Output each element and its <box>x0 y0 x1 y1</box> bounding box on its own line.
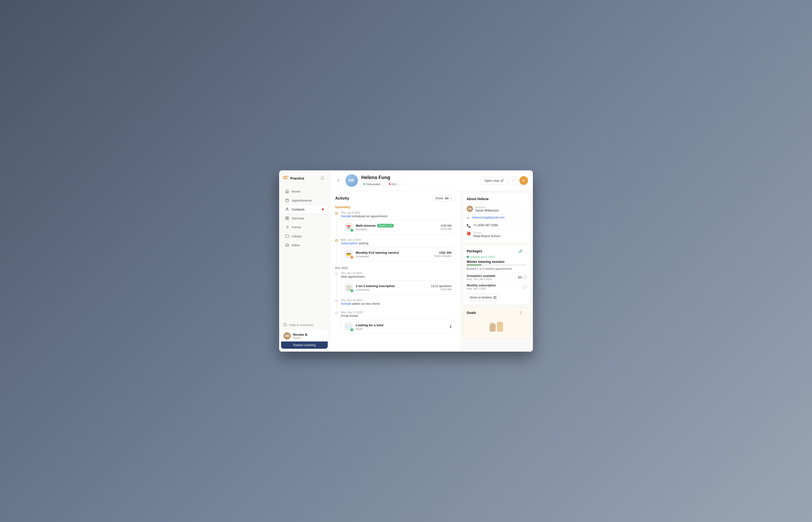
sidebar-item-inbox-label: Inbox <box>292 243 300 247</box>
email-count: 2 <box>450 325 451 328</box>
dec-date-1: Thu, Dec 14 2023 <box>341 272 455 275</box>
show-timeline-button[interactable]: Show on timeline <box>467 294 500 301</box>
subscription-label: Monthly subscription <box>467 284 496 287</box>
workspace-label[interactable]: Radiant coaching <box>281 341 328 349</box>
subscription-price: USD 299 <box>434 251 451 255</box>
sidebar-item-contacts[interactable]: Contacts <box>281 205 328 214</box>
phone-value: +1 (438) 887 9266 <box>473 223 498 227</box>
tag-onboarded-close[interactable]: × <box>382 183 383 186</box>
school-name: Head-Royce School <box>473 235 500 238</box>
package-name: Winter tutoring session <box>467 260 527 264</box>
subscription-icon: 💳 ● <box>345 250 353 258</box>
completed-status-3: ✓ <box>350 328 353 332</box>
sidebar-item-home[interactable]: Home <box>281 187 328 196</box>
packages-more-button[interactable]: ··· <box>524 249 527 253</box>
packages-link-button[interactable]: 🔗 <box>519 249 523 253</box>
add-button[interactable]: + <box>519 176 528 185</box>
schedulers-count: 3/3 <box>517 276 522 279</box>
sidebar-bottom: Help & resources NB Nicolas B. Owner Rad… <box>279 318 330 352</box>
sidebar-item-home-label: Home <box>292 190 300 193</box>
more-options-button[interactable]: ··· <box>509 176 517 185</box>
goals-header: Goals ☰ ··· <box>467 311 527 315</box>
notifications-button[interactable] <box>319 175 326 181</box>
assignee-row: SW Assignee Sarah Williamson <box>467 204 527 214</box>
help-resources-item[interactable]: Help & resources <box>281 321 328 329</box>
form-icon: 📋 ✓ <box>345 283 353 292</box>
svg-point-15 <box>283 323 286 326</box>
svg-rect-19 <box>490 324 496 332</box>
upcoming-date-1: Thu, Jan 4 2024 <box>341 211 455 214</box>
upcoming-date-2: Mon, Jan 1 2024 <box>341 238 455 241</box>
svg-point-18 <box>495 297 496 298</box>
math-time-start: 9:00 AM <box>440 224 451 227</box>
subscription-subtitle: Scheduled <box>356 255 431 258</box>
sidebar: Practice Home <box>279 170 330 352</box>
math-lesson-subtitle: Accepted <box>356 228 438 231</box>
sidebar-item-inbox[interactable]: Inbox <box>281 241 328 249</box>
timeline-item-dec-2: Thu, Dec 14 2023 Kendall added as new cl… <box>335 299 455 309</box>
appointment-icon: 📅 ✓ <box>345 223 353 231</box>
sidebar-logo: Practice <box>283 176 304 180</box>
month-badge: Month 1: 1/4 <box>377 224 394 227</box>
sidebar-item-forms[interactable]: Forms <box>281 223 328 232</box>
email-icon-row: ✉ <box>467 216 470 220</box>
email-value[interactable]: helena.fung@gmail.com <box>472 216 505 219</box>
contact-tags: Onboarded × K12 × <box>361 182 478 186</box>
email-row: ✉ helena.fung@gmail.com <box>467 214 527 222</box>
open-chat-label: Open chat <box>485 179 499 182</box>
pkg-progress-bar <box>467 265 527 265</box>
upcoming-label: Upcoming <box>335 205 455 209</box>
tutoring-time: 10:00 AM <box>431 288 451 291</box>
open-chat-button[interactable]: Open chat <box>481 177 507 185</box>
contact-name: Helena Fung <box>361 175 478 180</box>
activity-panel: Activity Show: All Upcoming <box>330 191 460 352</box>
show-value: All <box>445 197 449 200</box>
tag-k12[interactable]: K12 × <box>387 182 402 186</box>
timeline-dot-2 <box>335 239 338 242</box>
show-filter[interactable]: Show: All <box>432 195 455 202</box>
activity-card-email[interactable]: ✉️ ✓ Looking for a tutor Read 2 <box>341 320 455 334</box>
person-icon <box>285 207 289 212</box>
timeline-dot-1 <box>335 212 338 215</box>
tag-onboarded-label: Onboarded <box>366 183 380 186</box>
sidebar-item-appointments[interactable]: Appointments <box>281 196 328 205</box>
dec-actor-2: Kendall <box>341 302 351 305</box>
about-section: About Helena SW Assignee Sarah Williamso… <box>463 193 530 243</box>
dec-date-3: Mon, Dec 11 2023 <box>341 311 455 314</box>
back-button[interactable] <box>335 177 342 184</box>
pkg-start: Starting Jan 1 2024 <box>467 256 527 258</box>
activity-card-subscription[interactable]: 💳 ● Monthly K12 tutoring service Schedul… <box>341 247 455 261</box>
activity-card-math[interactable]: 📅 ✓ Math lessons Month 1: 1/4 A <box>341 220 455 235</box>
phone-icon: 📞 <box>467 224 471 228</box>
sidebar-item-forms-label: Forms <box>292 225 301 229</box>
user-role: Owner <box>293 336 308 339</box>
tag-k12-close[interactable]: × <box>398 183 399 186</box>
schedulers-row: Schedulers available Next: Thu, Jan 4 20… <box>467 273 527 282</box>
subscription-info-button[interactable]: i <box>523 285 527 289</box>
tag-onboarded[interactable]: Onboarded × <box>361 182 385 186</box>
sidebar-item-services[interactable]: Services <box>281 214 328 223</box>
svg-rect-0 <box>286 199 288 202</box>
subscription-price-sub: Taxes included <box>434 255 451 257</box>
timeline-dot-dec-3 <box>335 312 338 314</box>
list-icon <box>285 225 289 229</box>
email-subtitle: Read <box>356 327 447 330</box>
schedulers-info-button[interactable]: i <box>523 276 527 279</box>
sidebar-item-library[interactable]: Library <box>281 232 328 240</box>
user-card: NB Nicolas B. Owner Radiant coaching <box>281 330 328 349</box>
goals-filter-button[interactable]: ☰ <box>519 311 523 315</box>
packages-title: Packages <box>467 249 482 253</box>
subscription-title: Monthly K12 tutoring service <box>356 251 399 255</box>
upcoming-actor-1: Kendall <box>341 215 351 218</box>
activity-card-tutoring[interactable]: 📋 ✓ 1-on-1 tutoring inscription Complete… <box>341 280 455 295</box>
section-month-dec: Dec 2023 <box>335 266 455 270</box>
email-icon: ✉️ ✓ <box>345 323 353 331</box>
right-panel: About Helena SW Assignee Sarah Williamso… <box>460 191 533 352</box>
completed-status-1: ✓ <box>350 289 353 293</box>
goals-title: Goals <box>467 311 476 315</box>
goals-more-button[interactable]: ··· <box>524 311 527 315</box>
contact-header: HF Helena Fung Onboarded × K12 × <box>330 170 533 191</box>
email-title: Looking for a tutor <box>356 323 447 327</box>
about-title: About Helena <box>467 197 527 201</box>
timeline-item-dec-3: Mon, Dec 11 2023 Email thread ✉️ ✓ <box>335 311 455 336</box>
